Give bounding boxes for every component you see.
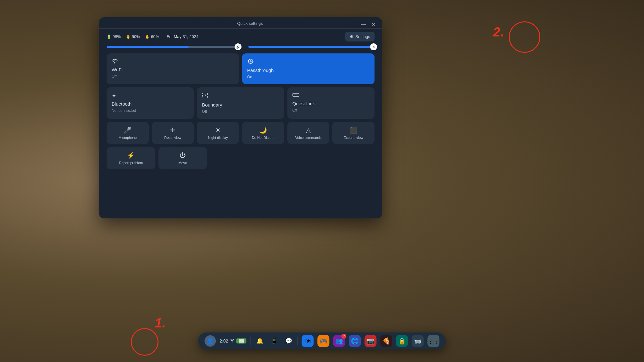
quest-app-icon[interactable]: 🥽 — [412, 335, 424, 347]
taskbar-time: 2:02 — [219, 338, 228, 343]
boundary-subtitle: Off — [202, 109, 279, 114]
tiles-area: Wi-Fi Off Passthrough On ✦ Bluetooth — [99, 50, 382, 172]
passthrough-icon — [247, 58, 369, 66]
night-display-icon: ☀ — [215, 126, 221, 134]
right-controller-status: ✋ 60% — [145, 34, 159, 39]
security-app-icon[interactable]: 🔒 — [396, 335, 408, 347]
wifi-icon — [112, 58, 234, 65]
tiles-row-2: ✦ Bluetooth Not connected Boundary Off — [107, 87, 375, 119]
date-display: Fri, May 31, 2024 — [167, 34, 198, 39]
microphone-label: Microphone — [119, 136, 136, 140]
expand-view-icon: ⬛ — [350, 126, 358, 134]
boundary-tile[interactable]: Boundary Off — [197, 87, 284, 119]
bluetooth-subtitle: Not connected — [112, 108, 189, 113]
user-avatar[interactable]: 👤 — [204, 335, 216, 347]
report-problem-icon: ⚡ — [127, 151, 135, 159]
svg-rect-2 — [203, 93, 208, 98]
voice-commands-icon: △ — [306, 126, 311, 134]
notifications-icon[interactable]: 🔔 — [254, 336, 265, 346]
quest-link-tile[interactable]: Quest Link Off — [287, 87, 375, 119]
bluetooth-title: Bluetooth — [112, 101, 189, 107]
minimize-button[interactable]: — — [359, 20, 367, 28]
browser-app-icon[interactable]: 🌐 — [349, 335, 361, 347]
taskbar-battery-indicator: ▓▓ — [236, 338, 247, 343]
left-controller-status: 🤚 50% — [126, 34, 140, 39]
volume-thumb[interactable]: 🔊 — [235, 43, 242, 50]
tiles-row-1: Wi-Fi Off Passthrough On — [107, 53, 375, 84]
panel-header: Quick settings — ✕ — [99, 17, 382, 29]
volume-slider-container: 🔊 — [107, 46, 239, 48]
quest-link-subtitle: Off — [292, 108, 369, 112]
reset-view-icon: ✛ — [170, 126, 175, 134]
battery-icon: 🔋 — [107, 35, 111, 39]
passthrough-title: Passthrough — [247, 68, 369, 73]
status-bar: 🔋 98% 🤚 50% ✋ 60% Fri, May 31, 2024 ⚙ Se… — [99, 29, 382, 43]
move-icon: ⏻ — [180, 152, 186, 159]
left-controller-icon: 🤚 — [126, 35, 130, 39]
brightness-slider-container: ☀ — [242, 46, 375, 48]
night-display-tile[interactable]: ☀ Night display — [197, 122, 239, 144]
volume-slider[interactable]: 🔊 — [107, 46, 239, 48]
icon-tiles-row: 🎤 Microphone ✛ Reset view ☀ Night displa… — [107, 122, 375, 144]
taskbar: 👤 2:02 ▓▓ 🔔 📱 💬 🛍 🎮 👥 13 🌐 📷 🍕 🔒 🥽 ⋮⋮ — [198, 332, 446, 349]
microphone-icon: 🎤 — [124, 126, 131, 134]
quick-settings-panel: Quick settings — ✕ 🔋 98% 🤚 50% ✋ 60% Fri… — [99, 17, 382, 218]
reset-view-tile[interactable]: ✛ Reset view — [152, 122, 194, 144]
right-controller-icon: ✋ — [145, 35, 150, 39]
quest-link-title: Quest Link — [292, 101, 369, 106]
volume-icon: 🔊 — [236, 45, 240, 49]
move-label: Move — [179, 161, 187, 165]
time-wifi-battery-container: 2:02 ▓▓ — [219, 338, 246, 343]
wifi-title: Wi-Fi — [112, 67, 234, 72]
boundary-title: Boundary — [202, 102, 279, 107]
voice-commands-label: Voice commands — [295, 136, 322, 140]
taskbar-divider-1 — [250, 337, 251, 345]
bottom-tiles-row: ⚡ Report problem ⏻ Move — [107, 147, 375, 169]
media-app-icon[interactable]: 📷 — [365, 335, 377, 347]
panel-controls: — ✕ — [359, 20, 377, 28]
boundary-icon — [202, 92, 279, 100]
bluetooth-icon: ✦ — [112, 92, 189, 99]
brightness-icon: ☀ — [372, 45, 375, 49]
quest-link-icon — [292, 92, 369, 99]
microphone-tile[interactable]: 🎤 Microphone — [107, 122, 149, 144]
share-icon[interactable]: 💬 — [283, 336, 294, 346]
passthrough-tile[interactable]: Passthrough On — [242, 53, 375, 84]
pizza-app-icon[interactable]: 🍕 — [380, 335, 392, 347]
app-store-icon[interactable]: 🛍 — [302, 335, 314, 347]
report-problem-label: Report problem — [119, 161, 143, 165]
wifi-subtitle: Off — [112, 74, 234, 79]
night-display-label: Night display — [208, 136, 228, 140]
social-app-icon[interactable]: 👥 13 — [333, 335, 345, 347]
panel-title: Quick settings — [124, 21, 376, 26]
close-button[interactable]: ✕ — [369, 20, 377, 28]
taskbar-wifi-icon — [230, 339, 235, 343]
brightness-thumb[interactable]: ☀ — [370, 43, 377, 50]
expand-view-tile[interactable]: ⬛ Expand view — [332, 122, 375, 144]
settings-gear-icon: ⚙ — [350, 34, 353, 39]
expand-view-label: Expand view — [344, 136, 363, 140]
bluetooth-tile[interactable]: ✦ Bluetooth Not connected — [107, 87, 194, 119]
settings-button[interactable]: ⚙ Settings — [345, 32, 375, 41]
svg-point-1 — [250, 60, 252, 62]
games-app-icon[interactable]: 🎮 — [318, 335, 330, 347]
move-tile[interactable]: ⏻ Move — [158, 147, 207, 169]
brightness-slider[interactable]: ☀ — [248, 46, 375, 48]
reset-view-label: Reset view — [164, 136, 181, 140]
report-problem-tile[interactable]: ⚡ Report problem — [107, 147, 155, 169]
taskbar-divider-2 — [298, 337, 298, 345]
sliders-row: 🔊 ☀ — [99, 43, 382, 50]
wifi-tile[interactable]: Wi-Fi Off — [107, 53, 239, 84]
battery-status: 🔋 98% — [107, 34, 121, 39]
library-icon[interactable]: 📱 — [269, 336, 280, 346]
do-not-disturb-label: Do Not Disturb — [252, 136, 275, 140]
voice-commands-tile[interactable]: △ Voice commands — [287, 122, 330, 144]
do-not-disturb-tile[interactable]: 🌙 Do Not Disturb — [242, 122, 284, 144]
do-not-disturb-icon: 🌙 — [259, 126, 267, 134]
all-apps-icon[interactable]: ⋮⋮ — [428, 335, 440, 347]
social-badge: 13 — [341, 334, 347, 339]
passthrough-subtitle: On — [247, 75, 369, 79]
